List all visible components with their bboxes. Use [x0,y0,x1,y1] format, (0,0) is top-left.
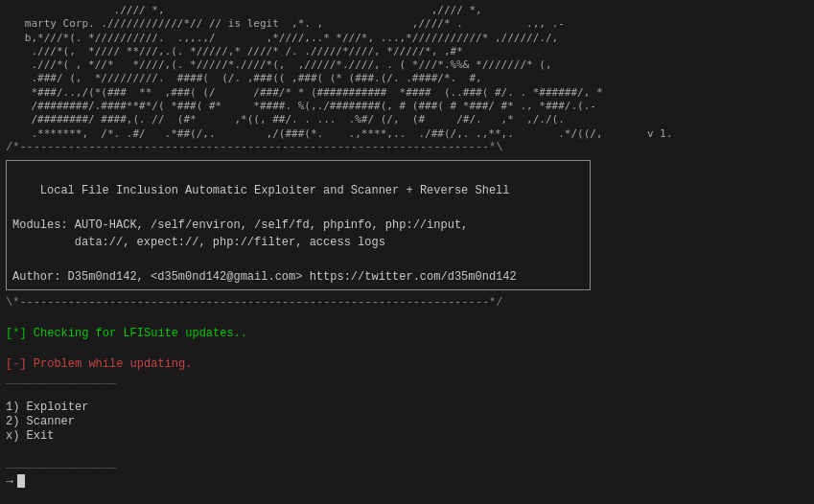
divider-1: ________________ [6,373,808,386]
divider-2: ________________ [6,457,808,470]
terminal: .//// *, ,//// *, marty Corp. ./////////… [0,0,814,504]
checking-update: [*] Checking for LFISuite updates.. [6,327,808,340]
info-blank1 [12,201,19,215]
blank-line-4 [6,444,808,457]
menu-item-exit[interactable]: x) Exit [6,429,808,443]
ascii-art: .//// *, ,//// *, marty Corp. ./////////… [6,4,808,141]
menu-item-2[interactable]: 2) Scanner [6,415,808,428]
info-box-top: /*--------------------------------------… [6,141,808,154]
prompt-arrow: → [6,474,13,489]
problem-update: [-] Problem while updating. [6,357,808,371]
prompt-cursor[interactable] [17,474,25,488]
menu-item-1[interactable]: 1) Exploiter [6,401,808,414]
info-author: Author: D35m0nd142, <d35m0nd142@gmail.co… [12,270,517,284]
blank-line-3 [6,386,808,400]
info-modules2: data://, expect://, php://filter, access… [12,236,385,249]
info-modules: Modules: AUTO-HACK, /self/environ, /self… [12,218,468,232]
info-blank2 [12,253,19,266]
blank-line-1 [6,309,808,323]
prompt-line[interactable]: → [6,474,808,489]
info-title: Local File Inclusion Automatic Exploiter… [40,184,510,197]
info-box: Local File Inclusion Automatic Exploiter… [6,160,591,290]
info-box-bottom: \*--------------------------------------… [6,296,808,309]
blank-line-2 [6,342,808,355]
